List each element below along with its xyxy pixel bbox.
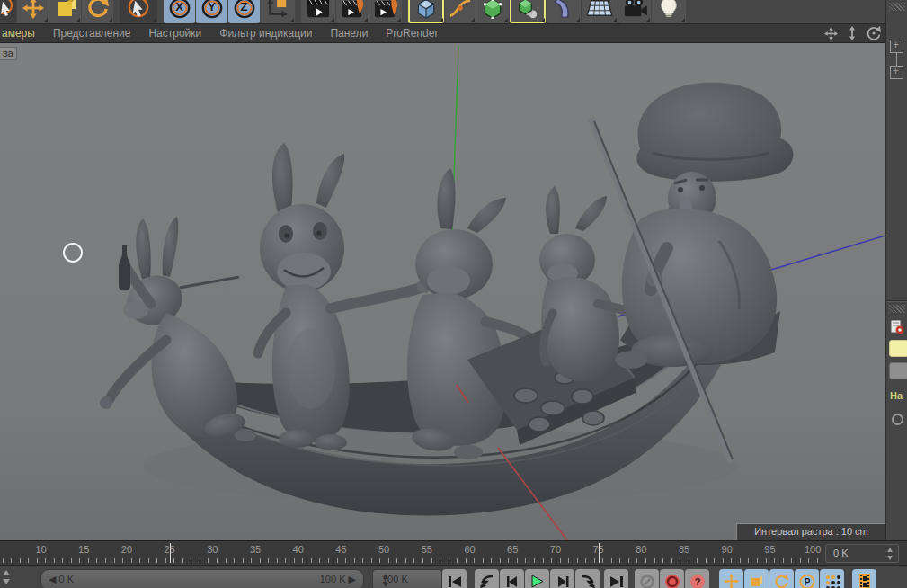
ruler-tick — [45, 558, 46, 563]
ruler-tick — [405, 558, 406, 563]
viewport-perspective[interactable]: ва Интервал растра : 10 cm — [0, 43, 885, 540]
ruler-frame-label: 55 — [422, 544, 432, 555]
scale-tool-icon[interactable] — [49, 0, 81, 23]
panel-drag-handle-icon[interactable] — [889, 305, 905, 313]
ruler-tick — [628, 558, 629, 563]
ruler-tick — [328, 558, 329, 563]
move-tool-icon[interactable] — [17, 0, 49, 23]
timeline-film-button[interactable] — [852, 569, 876, 588]
color-swatch-gray[interactable] — [889, 362, 907, 379]
prev-frame-button[interactable] — [500, 569, 524, 588]
lock-y-icon[interactable]: Y — [196, 0, 227, 23]
light-icon[interactable] — [652, 0, 686, 23]
autokey-help-button[interactable]: ? — [685, 569, 709, 588]
ruler-tick — [645, 558, 646, 563]
viewport-canvas[interactable] — [0, 43, 885, 540]
zoom-view-icon[interactable] — [842, 25, 862, 41]
ruler-tick — [285, 558, 286, 563]
ruler-tick — [431, 558, 432, 563]
next-frame-button[interactable] — [550, 569, 574, 588]
ruler-tick — [122, 558, 123, 563]
key-position-button[interactable] — [719, 569, 743, 588]
menu-display-filter[interactable]: Фильтр индикации — [210, 27, 321, 40]
render-region-icon[interactable] — [336, 0, 369, 23]
ruler-tick — [800, 558, 801, 563]
ruler-tick — [774, 558, 775, 563]
viewport-camera-tab[interactable]: ва — [0, 47, 17, 60]
record-button[interactable] — [660, 569, 684, 588]
object-node-icon[interactable] — [890, 66, 903, 79]
lock-z-icon[interactable]: Z — [228, 0, 260, 23]
ruler-tick — [619, 558, 620, 563]
spline-pen-icon[interactable] — [445, 0, 476, 23]
add-cube-icon[interactable] — [408, 0, 444, 23]
timeline-range-slider[interactable]: ◀ 0 K 100 K ▶ — [40, 569, 364, 588]
menu-prorender[interactable]: ProRender — [377, 27, 447, 40]
floor-environment-icon[interactable] — [582, 0, 618, 23]
ruler-tick — [173, 558, 174, 563]
ruler-frame-label: 95 — [764, 544, 775, 555]
play-button[interactable] — [525, 569, 549, 588]
rotate-tool-icon[interactable] — [82, 0, 113, 23]
object-node-icon[interactable] — [890, 40, 903, 53]
ruler-tick — [114, 558, 115, 563]
ruler-tick — [611, 558, 612, 563]
key-scale-button[interactable] — [744, 569, 769, 588]
pan-view-icon[interactable] — [821, 25, 840, 41]
key-parameter-button[interactable]: P — [795, 569, 819, 588]
rotate-view-icon[interactable] — [864, 25, 884, 41]
next-key-button[interactable] — [575, 569, 600, 588]
attribute-circle-icon[interactable] — [892, 414, 903, 425]
render-settings-icon[interactable] — [369, 0, 402, 23]
ruler-tick — [525, 558, 526, 563]
menu-settings[interactable]: Настройки — [139, 27, 210, 40]
ruler-tick — [362, 558, 363, 563]
timeline-ruler[interactable]: 101520253035404550556065707580859095100 … — [0, 540, 907, 565]
menu-panels[interactable]: Панели — [321, 27, 377, 40]
application-window: X Y Z — [0, 0, 907, 588]
key-point-level-button[interactable] — [820, 569, 844, 588]
menu-view[interactable]: Представление — [44, 27, 140, 40]
undo-partial-icon[interactable] — [0, 0, 16, 23]
timeline-mini-stepper[interactable] — [2, 570, 12, 584]
color-swatch-yellow[interactable] — [889, 340, 907, 357]
key-rotation-button[interactable] — [769, 569, 794, 588]
goto-start-button[interactable] — [442, 569, 467, 588]
ruler-tick — [156, 558, 157, 563]
attribute-label-partial: На — [890, 390, 907, 401]
attribute-manager-icon[interactable] — [890, 320, 904, 334]
prev-key-button[interactable] — [475, 569, 499, 588]
ruler-tick — [449, 558, 449, 563]
current-frame-field[interactable]: 0 K — [825, 544, 899, 563]
ruler-tick — [79, 558, 80, 563]
ruler-tick — [466, 558, 467, 563]
goto-end-button[interactable] — [604, 569, 628, 588]
panel-drag-handle-icon[interactable] — [889, 3, 905, 11]
render-view-icon[interactable] — [301, 0, 335, 23]
axis-x-label: X — [164, 0, 195, 13]
ruler-frame-label: 70 — [550, 544, 561, 555]
ruler-tick — [88, 558, 89, 563]
ruler-tick — [577, 558, 578, 563]
right-panel-strip: На — [885, 0, 907, 540]
live-selection-icon[interactable] — [120, 0, 157, 23]
ruler-frame-label: 40 — [293, 544, 304, 555]
camera-icon[interactable] — [618, 0, 651, 23]
keyframe-selection-button[interactable] — [635, 569, 659, 588]
ruler-frame-label: 20 — [121, 544, 132, 555]
range-end-label: 100 K ▶ — [320, 574, 356, 585]
coordinate-system-icon[interactable] — [261, 0, 295, 23]
ruler-frame-label: 30 — [207, 544, 218, 555]
menu-cameras[interactable]: амеры — [0, 27, 44, 40]
ruler-tick — [636, 558, 637, 563]
array-clones-icon[interactable] — [510, 0, 546, 23]
duration-field[interactable]: 100 K — [372, 569, 442, 588]
ruler-tick — [396, 558, 397, 563]
ruler-tick — [689, 558, 689, 563]
ruler-tick — [757, 558, 758, 563]
lock-x-icon[interactable]: X — [164, 0, 195, 23]
duration-stepper-icon[interactable] — [382, 575, 390, 587]
deformer-icon[interactable] — [547, 0, 581, 23]
subdivision-surface-icon[interactable] — [476, 0, 509, 23]
frame-stepper-icon[interactable] — [886, 548, 894, 560]
